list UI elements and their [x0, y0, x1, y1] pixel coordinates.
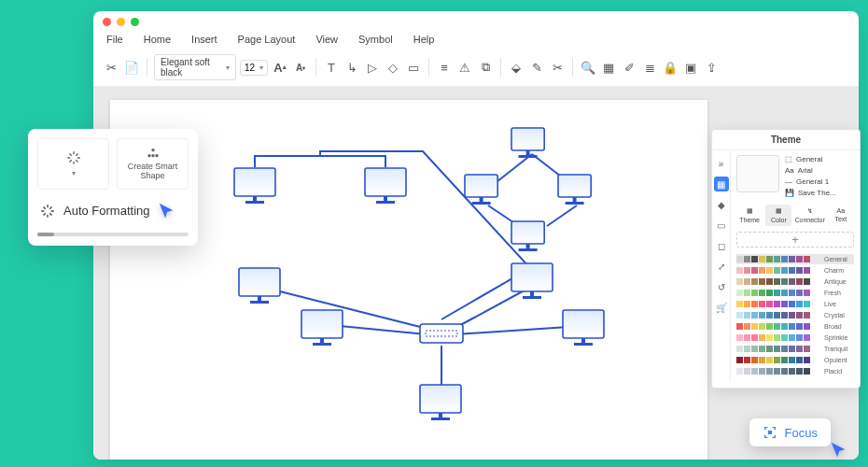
palette-row[interactable]: Fresh — [736, 288, 854, 298]
theme-side-tabs: » ▦ ◆ ▭ ◻ ⤢ ↺ 🛒 — [712, 150, 731, 382]
pointer-icon[interactable]: ▷ — [364, 59, 381, 76]
line-style-icon[interactable]: ≣ — [641, 59, 658, 76]
page[interactable] — [110, 100, 707, 460]
layers-icon[interactable]: ▦ — [600, 59, 617, 76]
mode-color[interactable]: ▦Color — [765, 205, 791, 226]
tab-expand-icon[interactable]: ⤢ — [714, 259, 729, 274]
svg-rect-31 — [250, 301, 269, 304]
cut-icon[interactable]: ✂ — [103, 59, 119, 76]
svg-rect-25 — [526, 244, 530, 248]
theme-panel: Theme » ▦ ◆ ▭ ◻ ⤢ ↺ 🛒 ⬚General AaArial —… — [711, 129, 861, 389]
crop-icon[interactable]: ✂ — [549, 59, 566, 76]
align-icon[interactable]: ≡ — [436, 59, 453, 76]
theme-thumbnail[interactable] — [736, 155, 779, 192]
svg-rect-22 — [573, 197, 577, 202]
smart-shape-panel: ▾ Create Smart Shape Auto Formatting — [28, 129, 198, 246]
svg-rect-33 — [320, 338, 324, 343]
mode-text[interactable]: AaText — [828, 205, 854, 226]
font-select[interactable]: Elegant soft black▾ — [154, 54, 236, 80]
palette-row[interactable]: Charm — [736, 265, 854, 276]
text-size-increase-icon[interactable]: A▴ — [272, 59, 288, 76]
create-smart-shape-button[interactable]: Create Smart Shape — [117, 138, 189, 190]
tab-page-icon[interactable]: ▭ — [714, 218, 729, 233]
svg-rect-26 — [519, 248, 538, 251]
tab-collapse-icon[interactable]: » — [714, 156, 729, 171]
svg-rect-12 — [365, 168, 406, 196]
tab-shape-icon[interactable]: ◻ — [714, 238, 729, 253]
connector-icon[interactable]: ↳ — [343, 59, 360, 76]
tab-layers-icon[interactable]: ◆ — [714, 197, 729, 212]
menu-home[interactable]: Home — [144, 34, 171, 45]
svg-rect-41 — [420, 385, 461, 413]
svg-rect-38 — [563, 310, 604, 338]
spacing-slider[interactable] — [37, 233, 189, 236]
highlighter-icon[interactable]: ✐ — [621, 59, 637, 76]
distribute-icon[interactable]: ⚠ — [456, 59, 473, 76]
meta-general1: —General 1 — [785, 177, 836, 186]
cursor-icon — [157, 202, 177, 222]
shape-icon[interactable]: ◇ — [385, 59, 401, 76]
svg-rect-37 — [523, 296, 541, 299]
svg-line-1 — [340, 326, 427, 334]
meta-save[interactable]: 💾Save The... — [785, 189, 836, 197]
insert-image-icon[interactable]: ▭ — [405, 59, 422, 76]
menu-insert[interactable]: Insert — [191, 34, 217, 45]
menu-file[interactable]: File — [106, 34, 123, 45]
svg-rect-32 — [301, 310, 343, 338]
network-diagram — [110, 100, 707, 460]
svg-line-2 — [454, 287, 531, 329]
search-icon[interactable]: 🔍 — [580, 59, 596, 76]
maximize-dot[interactable] — [131, 18, 139, 26]
palette-row[interactable]: Live — [736, 299, 854, 309]
svg-rect-19 — [480, 197, 483, 202]
font-size-select[interactable]: 12▾ — [240, 60, 268, 76]
svg-rect-34 — [313, 343, 331, 346]
svg-rect-18 — [465, 175, 497, 197]
menu-view[interactable]: View — [315, 34, 338, 45]
menu-symbol[interactable]: Symbol — [358, 34, 393, 45]
svg-rect-30 — [258, 296, 261, 301]
focus-button[interactable]: Focus — [749, 418, 831, 446]
palette-row[interactable]: Antique — [736, 276, 854, 287]
svg-rect-27 — [420, 324, 463, 343]
svg-rect-39 — [581, 338, 585, 343]
menu-page-layout[interactable]: Page Layout — [238, 34, 296, 45]
rulers-icon[interactable]: ▣ — [682, 59, 699, 76]
mode-theme[interactable]: ▦Theme — [736, 205, 763, 226]
palette-row[interactable]: Opulent — [736, 355, 854, 365]
cursor-icon — [829, 441, 849, 461]
palette-row[interactable]: Placid — [736, 366, 854, 376]
palette-row[interactable]: Tranquil — [736, 344, 854, 354]
copy-icon[interactable]: 📄 — [123, 59, 140, 76]
tab-cart-icon[interactable]: 🛒 — [714, 300, 729, 315]
fill-icon[interactable]: ⬙ — [508, 59, 525, 76]
share-icon[interactable]: ⇪ — [703, 59, 720, 76]
text-size-decrease-icon[interactable]: A▾ — [292, 59, 309, 76]
palette-row[interactable]: Crystal — [736, 310, 854, 320]
svg-rect-17 — [519, 155, 538, 158]
palette-row[interactable]: General — [736, 254, 854, 264]
add-theme-button[interactable]: + — [736, 232, 854, 248]
minimize-dot[interactable] — [117, 18, 125, 26]
svg-rect-43 — [431, 417, 450, 420]
svg-rect-48 — [768, 431, 772, 434]
svg-rect-24 — [511, 221, 544, 244]
sparkle-button[interactable]: ▾ — [37, 138, 109, 190]
group-icon[interactable]: ⧉ — [477, 59, 494, 76]
tab-grid-icon[interactable]: ▦ — [714, 177, 729, 191]
line-color-icon[interactable]: ✎ — [528, 59, 545, 76]
tab-history-icon[interactable]: ↺ — [714, 279, 729, 294]
close-dot[interactable] — [103, 18, 111, 26]
lock-icon[interactable]: 🔒 — [662, 59, 679, 76]
menu-bar: File Home Insert Page Layout View Symbol… — [93, 32, 859, 50]
svg-rect-21 — [558, 175, 591, 197]
menu-help[interactable]: Help — [413, 34, 435, 45]
svg-rect-20 — [472, 202, 491, 205]
mode-connector[interactable]: ↯Connector — [794, 205, 824, 226]
svg-rect-13 — [384, 196, 387, 201]
palette-row[interactable]: Broad — [736, 321, 854, 332]
svg-point-45 — [147, 154, 150, 157]
palette-row[interactable]: Sprinkle — [736, 333, 854, 343]
text-icon[interactable]: T — [323, 59, 340, 76]
svg-rect-16 — [526, 150, 530, 155]
